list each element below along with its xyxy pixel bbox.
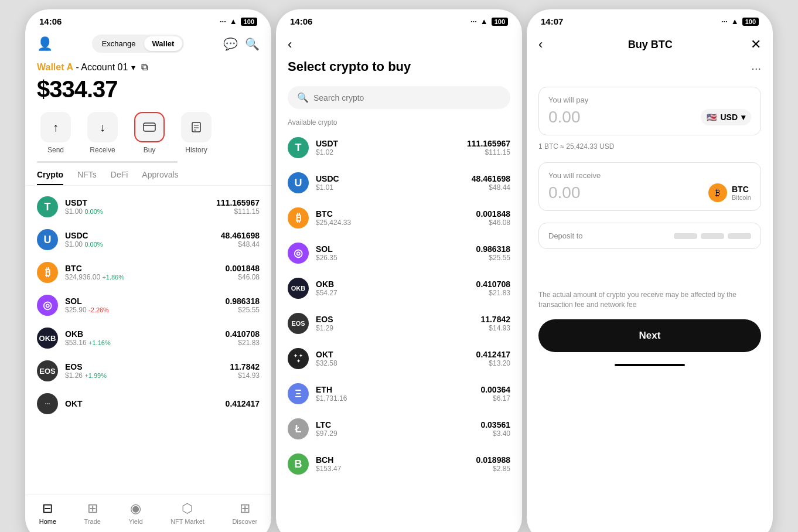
ltc-name-2: LTC (316, 420, 480, 429)
bch-price-2: $153.47 (316, 465, 476, 473)
list-item[interactable]: U USDC $1.00 0.00% 48.461698 $48.44 (25, 223, 271, 256)
list-item[interactable]: OKB OKB $53.16 +1.16% 0.410708 $21.83 (25, 322, 271, 354)
tab-nfts[interactable]: NFTs (77, 170, 97, 185)
crypto-tabs: Crypto NFTs DeFi Approvals (25, 163, 271, 186)
receive-label: You will receive (548, 171, 751, 180)
eos-bal-2: 11.7842 (480, 315, 510, 324)
usd-flag-icon: 🇺🇸 (707, 112, 717, 122)
wallet-account-text: - Account 01 (73, 62, 128, 72)
list-item[interactable]: ··· OKT 0.412417 (25, 387, 271, 420)
wallet-toggle[interactable]: Wallet (144, 36, 183, 51)
nft-nav-label: NFT Market (170, 518, 204, 525)
sol-amounts-2: 0.986318 $25.55 (476, 244, 510, 262)
list-item[interactable]: T USDT $1.00 0.00% 111.165967 $111.15 (25, 190, 271, 223)
bch-val-2: $2.85 (476, 465, 510, 473)
copy-icon[interactable]: ⧉ (141, 62, 148, 73)
eos-price: $1.26 +1.99% (65, 371, 230, 380)
deposit-dot-2 (701, 233, 724, 239)
eos-info: EOS $1.26 +1.99% (65, 362, 230, 380)
list-item[interactable]: ◎ SOL $26.35 0.986318 $25.55 (276, 236, 522, 271)
ltc-info-2: LTC $97.29 (316, 420, 480, 438)
list-item[interactable]: EOS EOS $1.26 +1.99% 11.7842 $14.93 (25, 354, 271, 387)
nav-yield[interactable]: ◉ Yield (128, 501, 142, 525)
ltc-icon-2: Ł (288, 418, 309, 439)
usdt-icon-2: T (288, 137, 309, 158)
tab-approvals[interactable]: Approvals (142, 170, 178, 185)
okt-info-2: OKT $32.58 (316, 350, 476, 367)
okt-icon: ··· (37, 393, 58, 414)
eth-amounts-2: 0.00364 $6.17 (480, 385, 510, 403)
balance-section: $334.37 (25, 73, 271, 112)
nav-nft[interactable]: ⬡ NFT Market (170, 501, 204, 525)
list-item[interactable]: EOS EOS $1.29 11.7842 $14.93 (276, 306, 522, 341)
more-menu-button[interactable]: ··· (527, 59, 773, 80)
user-icon[interactable]: 👤 (37, 36, 53, 52)
list-item[interactable]: B BCH $153.47 0.018988 $2.85 (276, 446, 522, 482)
usdc-info: USDC $1.00 0.00% (65, 231, 221, 248)
exchange-toggle[interactable]: Exchange (94, 36, 144, 51)
pay-row: 0.00 🇺🇸 USD ▾ (548, 108, 751, 127)
list-item[interactable]: Ł LTC $97.29 0.03561 $3.40 (276, 411, 522, 446)
next-button[interactable]: Next (538, 319, 761, 352)
dropdown-icon[interactable]: ▾ (131, 63, 135, 72)
list-item[interactable]: ◎ SOL $25.90 -2.26% 0.986318 $25.55 (25, 289, 271, 322)
okt-amounts: 0.412417 (226, 399, 260, 408)
btc-val-2: $46.08 (476, 219, 510, 227)
list-item[interactable]: ₿ BTC $25,424.33 0.001848 $46.08 (276, 200, 522, 236)
usdc-name-2: USDC (316, 174, 472, 183)
eos-amounts: 11.7842 $14.93 (230, 362, 260, 380)
usdt-val: $111.15 (216, 207, 260, 216)
search-icon[interactable]: 🔍 (245, 37, 260, 51)
buy-button[interactable]: Buy (131, 112, 168, 154)
nav-home[interactable]: ⊟ Home (39, 501, 56, 525)
wallet-name-label: Wallet A - Account 01 (37, 62, 128, 73)
usdc-change: 0.00% (84, 241, 103, 248)
history-button[interactable]: History (178, 112, 215, 154)
eos-change: +1.99% (84, 372, 107, 379)
nav-discover[interactable]: ⊞ Discover (232, 501, 257, 525)
panel-1-wallet: 14:06 ··· ▲ 100 👤 Exchange Wallet 💬 🔍 Wa… (25, 9, 271, 532)
list-item[interactable]: OKB OKB $54.27 0.410708 $21.83 (276, 271, 522, 306)
sol-icon: ◎ (37, 295, 58, 316)
usdt-amounts-2: 111.165967 $111.15 (467, 139, 510, 156)
okt-name: OKT (65, 399, 226, 408)
search-icon-2: 🔍 (297, 92, 309, 103)
close-button-3[interactable]: ✕ (751, 37, 761, 52)
usdt-name: USDT (65, 198, 216, 207)
bch-amounts-2: 0.018988 $2.85 (476, 455, 510, 473)
buy-icon (143, 122, 156, 132)
sol-bal-2: 0.986318 (476, 244, 510, 254)
bottom-nav: ⊟ Home ⊞ Trade ◉ Yield ⬡ NFT Market ⊞ Di… (25, 495, 271, 532)
receive-button[interactable]: ↓ Receive (84, 112, 121, 154)
search-input[interactable] (313, 93, 501, 103)
currency-selector[interactable]: 🇺🇸 USD ▾ (701, 109, 751, 125)
list-item[interactable]: ₿ BTC $24,936.00 +1.86% 0.001848 $46.08 (25, 256, 271, 289)
btc-icon-2: ₿ (288, 207, 309, 229)
usdc-amounts-2: 48.461698 $48.44 (472, 174, 510, 192)
fee-note: The actual amount of crypto you receive … (527, 255, 773, 319)
deposit-dot-1 (674, 233, 697, 239)
list-item[interactable]: U USDC $1.01 48.461698 $48.44 (276, 165, 522, 200)
tab-defi[interactable]: DeFi (111, 170, 128, 185)
btc-change: +1.86% (102, 274, 124, 281)
send-button[interactable]: ↑ Send (37, 112, 74, 154)
list-item[interactable]: T USDT $1.02 111.165967 $111.15 (276, 130, 522, 165)
nav-trade[interactable]: ⊞ Trade (84, 501, 101, 525)
list-item[interactable]: Ξ ETH $1,731.16 0.00364 $6.17 (276, 376, 522, 411)
back-button-3[interactable]: ‹ (538, 37, 543, 52)
list-item[interactable]: ✦ ✦ ✦ OKT $32.58 0.412417 $13.20 (276, 341, 522, 376)
back-button-2[interactable]: ‹ (288, 37, 292, 52)
okt-info: OKT (65, 399, 226, 408)
signal-icon-3: ··· (721, 17, 728, 26)
btc-amounts-2: 0.001848 $46.08 (476, 209, 510, 227)
deposit-dot-3 (728, 233, 751, 239)
wallet-name-row: Wallet A - Account 01 ▾ ⧉ (25, 60, 271, 73)
usdc-name: USDC (65, 231, 221, 240)
time-2: 14:06 (290, 16, 312, 26)
btc-receive-icon: ₿ (708, 183, 727, 202)
tab-crypto[interactable]: Crypto (37, 170, 63, 185)
message-icon[interactable]: 💬 (223, 37, 238, 51)
deposit-placeholder (674, 233, 751, 239)
eos-amounts-2: 11.7842 $14.93 (480, 315, 510, 332)
okt-bal: 0.412417 (226, 399, 260, 408)
